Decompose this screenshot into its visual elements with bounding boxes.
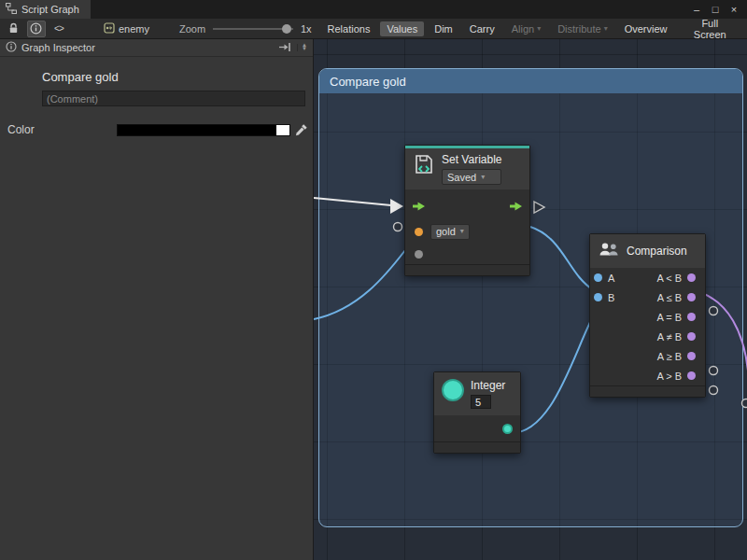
integer-output-port[interactable]	[502, 424, 513, 434]
node-title: Set Variable	[442, 153, 501, 166]
input-port-b[interactable]	[594, 293, 602, 301]
output-port-a-less-b[interactable]	[687, 273, 696, 282]
output-label: A ≠ B	[657, 331, 682, 343]
chevron-down-icon: ▾	[604, 25, 608, 33]
set-variable-header[interactable]: Set Variable Saved ▾	[405, 146, 529, 189]
output-label: A > B	[656, 371, 682, 382]
zoom-slider-handle[interactable]	[282, 24, 291, 34]
overview-button[interactable]: Overview	[618, 21, 674, 36]
output-port-a-gte-b[interactable]	[687, 352, 696, 360]
input-port-a[interactable]	[594, 273, 602, 282]
align-button[interactable]: Align ▾	[505, 21, 547, 36]
zoom-slider[interactable]	[213, 22, 293, 35]
flow-output-port[interactable]	[509, 201, 523, 215]
output-label: A ≥ B	[657, 351, 682, 362]
code-icon: <>	[54, 23, 63, 34]
node-footer	[434, 441, 520, 453]
distribute-button[interactable]: Distribute ▾	[551, 21, 613, 36]
minimize-button[interactable]: –	[689, 2, 704, 17]
set-variable-body: gold ▾	[405, 189, 529, 264]
inspect-button[interactable]	[27, 21, 46, 37]
panel-scroll-spinner[interactable]: ▲ ▼	[297, 44, 307, 50]
lock-icon	[7, 22, 20, 35]
graph-owner: enemy	[104, 22, 149, 35]
output-port-a-eq-b[interactable]	[687, 313, 696, 321]
node-title: Integer	[471, 379, 505, 392]
carry-button[interactable]: Carry	[463, 21, 501, 36]
color-field-row: Color	[0, 123, 313, 136]
save-variable-icon	[413, 153, 435, 178]
output-port-a-gt-b[interactable]	[687, 371, 696, 380]
lock-button[interactable]	[5, 21, 23, 37]
graph-inspector-panel: Graph Inspector ▲ ▼ Compare gold Color	[0, 39, 313, 560]
color-field-label: Color	[7, 123, 117, 136]
fullscreen-button[interactable]: Full Screen	[677, 16, 742, 42]
node-set-variable[interactable]: Set Variable Saved ▾ gold ▾	[404, 145, 530, 276]
color-swatch[interactable]	[117, 124, 290, 136]
graph-inspector-header: Graph Inspector ▲ ▼	[0, 39, 313, 57]
values-button[interactable]: Values	[380, 21, 424, 36]
comparison-body: A A < B B A ≤ B A = B A ≠ B	[590, 268, 705, 385]
tab-script-graph[interactable]: Script Graph	[0, 0, 91, 19]
align-label: Align	[512, 23, 534, 35]
graph-canvas[interactable]: Compare gold Set Variable	[313, 39, 747, 560]
variable-scope-dropdown[interactable]: Saved ▾	[442, 169, 501, 185]
integer-icon	[442, 379, 464, 401]
info-icon	[30, 22, 42, 35]
variable-select-value: gold	[436, 226, 456, 237]
graph-title: Compare gold	[42, 70, 313, 84]
zoom-value: 1x	[301, 23, 312, 35]
output-label: A < B	[656, 273, 682, 284]
script-graph-icon	[6, 3, 17, 16]
code-view-button[interactable]: <>	[49, 21, 68, 37]
output-port-a-lte-b[interactable]	[687, 293, 696, 301]
integer-body	[434, 415, 520, 441]
output-label: A ≤ B	[657, 292, 682, 303]
dock-icon[interactable]	[278, 42, 291, 54]
graph-owner-label: enemy	[119, 23, 149, 35]
node-comparison[interactable]: Comparison A A < B B A ≤ B A = B	[589, 233, 706, 398]
tab-label: Script Graph	[21, 4, 79, 15]
titlebar: Script Graph – □ ×	[0, 0, 747, 19]
group-title: Compare gold	[330, 75, 406, 89]
variable-name-port[interactable]	[415, 228, 423, 236]
input-label: A	[608, 273, 614, 284]
output-label: A = B	[656, 312, 682, 323]
eyedropper-icon[interactable]	[295, 123, 308, 136]
info-icon	[6, 41, 17, 54]
maximize-button[interactable]: □	[708, 2, 723, 17]
node-footer	[590, 385, 705, 397]
machine-icon	[104, 22, 115, 35]
close-button[interactable]: ×	[726, 2, 741, 17]
comparison-header[interactable]: Comparison	[590, 234, 705, 268]
chevron-down-icon: ▾	[460, 228, 464, 235]
integer-header[interactable]: Integer 5	[434, 372, 520, 415]
relations-button[interactable]: Relations	[321, 21, 377, 36]
inspector-header-title: Graph Inspector	[21, 42, 95, 53]
variable-scope-value: Saved	[447, 172, 476, 183]
group-header[interactable]: Compare gold	[319, 69, 742, 93]
node-title: Comparison	[627, 245, 687, 258]
chevron-down-icon: ▾	[481, 174, 485, 181]
integer-value-field[interactable]: 5	[471, 395, 491, 409]
value-input-port[interactable]	[415, 250, 423, 259]
window-controls: – □ ×	[689, 2, 747, 17]
distribute-label: Distribute	[557, 23, 600, 35]
comment-input[interactable]	[42, 91, 305, 106]
node-integer[interactable]: Integer 5	[433, 371, 521, 454]
comparison-icon	[598, 242, 620, 260]
node-footer	[405, 264, 529, 275]
input-label: B	[608, 292, 614, 303]
chevron-down-icon: ▾	[537, 25, 541, 33]
variable-select-dropdown[interactable]: gold ▾	[430, 224, 470, 240]
zoom-label: Zoom	[179, 23, 205, 35]
flow-input-port[interactable]	[412, 201, 426, 215]
dim-button[interactable]: Dim	[428, 21, 459, 36]
output-port-a-neq-b[interactable]	[687, 332, 696, 341]
graph-toolbar: <> enemy Zoom 1x Relations Values Dim Ca…	[0, 19, 747, 39]
scroll-down-icon[interactable]: ▼	[302, 48, 307, 51]
color-swatch-alpha	[276, 125, 289, 135]
